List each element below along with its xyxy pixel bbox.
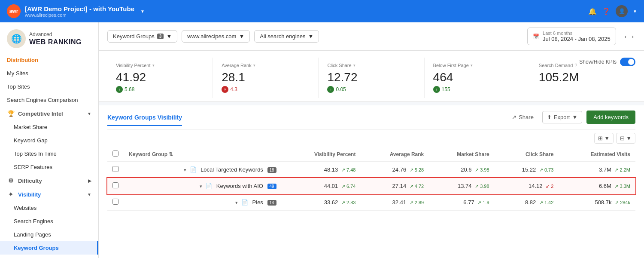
row-click-val: 8.82	[525, 199, 536, 206]
row-group-name: Pies	[252, 199, 263, 206]
filter-bar: Keyword Groups 3 ▼ www.allrecipes.com ▼ …	[99, 22, 644, 51]
competitive-intel-arrow: ▼	[87, 111, 91, 116]
kpi-below-sort-icon[interactable]: ▾	[471, 63, 473, 68]
difficulty-icon: ⚙	[7, 177, 15, 184]
search-engines-dropdown-icon: ▼	[308, 33, 314, 40]
keyword-groups-filter[interactable]: Keyword Groups 3 ▼	[107, 30, 177, 43]
row-market-share-cell: 6.77 ↗ 1.9	[429, 194, 494, 211]
top-header: awr [AWR Demo Project] - with YouTube ww…	[0, 0, 644, 22]
row-market-share-cell: 13.74 ↗ 3.98	[429, 178, 494, 194]
sidebar-label-market-share: Market Share	[14, 124, 47, 130]
add-keywords-button[interactable]: Add keywords	[586, 111, 635, 124]
row-expand-btn-2[interactable]: ▾	[235, 200, 238, 205]
kpi-visibility-sort-icon[interactable]: ▾	[152, 63, 155, 68]
columns-density-btn[interactable]: ⊟ ▼	[616, 133, 635, 144]
row-expand-btn-1[interactable]: ▾	[200, 184, 202, 189]
kpi-toggle[interactable]	[620, 58, 635, 66]
tab-keyword-groups-visibility[interactable]: Keyword Groups Visibility	[107, 114, 182, 126]
visibility-arrow: ▼	[87, 192, 91, 197]
row-click-share-cell: 14.12 ↙ 2	[495, 178, 559, 194]
density-dropdown: ▼	[626, 135, 632, 141]
sidebar-item-search-engines-comparison[interactable]: Search Engines Comparison	[0, 93, 98, 107]
sidebar-label-competitive-intel: Competitive Intel	[18, 111, 63, 117]
th-estimated-visits[interactable]: Estimated Visits	[559, 147, 635, 162]
search-engines-filter[interactable]: All search engines ▼	[254, 30, 319, 43]
row-expand-btn-0[interactable]: ▾	[184, 167, 186, 172]
share-button[interactable]: ↗ Share	[507, 111, 538, 123]
kpi-below-delta: ↑ 155	[433, 86, 521, 93]
website-dropdown-icon: ▼	[239, 33, 244, 40]
kpi-average-rank: Average Rank ▾ 28.1 ✕ 4.3	[213, 58, 319, 98]
density-icon: ⊟	[620, 135, 625, 141]
rank-delta-down-icon: ✕	[222, 86, 228, 93]
sidebar-item-top-sites-in-time[interactable]: Top Sites In Time	[0, 147, 98, 160]
demand-help-icon[interactable]: ?	[574, 63, 577, 68]
avatar[interactable]: 👤	[616, 5, 628, 17]
th-visibility-percent[interactable]: Visibility Percent	[282, 147, 361, 162]
data-table: Keyword Group ⇅ Visibility Percent Avera…	[107, 147, 635, 211]
table-row: ▾ 📄 Keywords with AIO 49 44.01 ↗ 6.74 27…	[107, 178, 635, 194]
th-average-rank[interactable]: Average Rank	[361, 147, 429, 162]
row-market-val: 20.6	[461, 166, 471, 173]
row-checkbox-0[interactable]	[112, 166, 118, 172]
bell-icon[interactable]: 🔔	[588, 7, 597, 15]
sidebar-item-landing-pages[interactable]: Landing Pages	[0, 228, 98, 241]
header-left: awr [AWR Demo Project] - with YouTube ww…	[7, 4, 588, 18]
date-next-btn[interactable]: ›	[630, 33, 635, 40]
avatar-dropdown-icon[interactable]: ▼	[633, 9, 637, 14]
sidebar-label-distribution: Distribution	[7, 57, 38, 63]
row-name-cell: ▾ 📄 Keywords with AIO 49	[124, 178, 282, 194]
sidebar-item-search-engines[interactable]: Search Engines	[0, 215, 98, 228]
sidebar-item-serp-features[interactable]: SERP Features	[0, 160, 98, 174]
share-icon: ↗	[512, 114, 516, 120]
row-group-icon: 📄	[241, 199, 248, 206]
date-prev-btn[interactable]: ‹	[623, 33, 629, 40]
sidebar-item-market-share[interactable]: Market Share	[0, 120, 98, 134]
th-market-share[interactable]: Market Share	[429, 147, 494, 162]
sort-icon: ⇅	[169, 151, 173, 157]
row-checkbox-2[interactable]	[112, 199, 118, 205]
sidebar-item-distribution[interactable]: Distribution	[0, 53, 98, 67]
select-all-checkbox[interactable]	[112, 150, 118, 157]
th-keyword-group[interactable]: Keyword Group ⇅	[124, 147, 282, 162]
sidebar-item-my-sites[interactable]: My Sites	[0, 67, 98, 80]
help-icon[interactable]: ❓	[602, 7, 611, 15]
sidebar-label-difficulty: Difficulty	[18, 178, 42, 184]
kpi-rank-sort-icon[interactable]: ▾	[253, 63, 255, 68]
sidebar-section-forecasting[interactable]: 📊 Forecasting	[0, 255, 98, 258]
sidebar-item-top-sites[interactable]: Top Sites	[0, 80, 98, 93]
row-name-cell: ▾ 📄 Local Targeted Keywords 18	[124, 162, 282, 178]
sidebar-label-serp-features: SERP Features	[14, 164, 52, 170]
sidebar-item-websites[interactable]: Websites	[0, 201, 98, 215]
export-dropdown-icon: ▼	[572, 114, 577, 120]
row-checkbox-1[interactable]	[112, 182, 118, 188]
filter-columns-icon: ⊞	[598, 135, 603, 141]
project-url: www.allrecipes.com	[25, 12, 134, 18]
row-market-val: 13.74	[458, 183, 472, 189]
sidebar-label-search-engines-comparison: Search Engines Comparison	[7, 97, 78, 103]
click-delta-up-icon: ↑	[327, 86, 334, 93]
row-visibility-val: 33.62	[324, 199, 338, 206]
row-rank-val: 24.76	[392, 166, 407, 173]
kpi-click-sort-icon[interactable]: ▾	[353, 63, 355, 68]
date-info: Last 6 months Jul 08, 2024 - Jan 08, 202…	[543, 31, 611, 42]
sidebar-section-visibility[interactable]: ✦ Visibility ▼	[0, 187, 98, 201]
row-click-share-cell: 15.22 ↗ 0.73	[495, 162, 559, 178]
th-click-share[interactable]: Click Share	[495, 147, 559, 162]
date-filter[interactable]: 📅 Last 6 months Jul 08, 2024 - Jan 08, 2…	[527, 28, 616, 45]
row-checkbox-cell	[107, 162, 124, 178]
header-right: 🔔 ❓ 👤 ▼	[588, 5, 637, 17]
row-visits-val: 3.7M	[599, 166, 611, 173]
date-range: Jul 08, 2024 - Jan 08, 2025	[543, 36, 611, 42]
filter-columns-btn[interactable]: ⊞ ▼	[594, 133, 614, 144]
th-checkbox	[107, 147, 124, 162]
export-button[interactable]: ⬆ Export ▼	[542, 111, 582, 123]
sidebar-section-competitive-intel[interactable]: 🏆 Competitive Intel ▼	[0, 107, 98, 120]
sidebar-item-keyword-groups[interactable]: Keyword Groups	[0, 241, 98, 255]
show-hide-kpis: Show/Hide KPIs	[579, 58, 635, 66]
website-filter[interactable]: www.allrecipes.com ▼	[182, 30, 250, 43]
sidebar-section-difficulty[interactable]: ⚙ Difficulty ▶	[0, 174, 98, 187]
kpi-visibility-percent: Visibility Percent ▾ 41.92 ↑ 5.68	[107, 58, 213, 98]
sidebar-item-keyword-gap[interactable]: Keyword Gap	[0, 134, 98, 147]
project-dropdown-icon[interactable]: ▼	[140, 9, 145, 14]
